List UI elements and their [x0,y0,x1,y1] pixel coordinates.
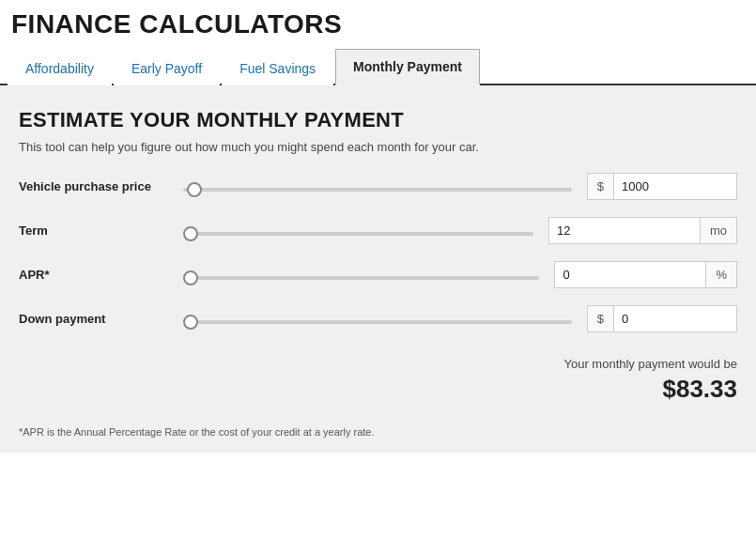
tab-fuel-savings[interactable]: Fuel Savings [222,51,333,85]
label-term: Term [19,223,183,238]
slider-term-container [183,223,533,239]
input-group-vehicle-price: $ [587,173,737,200]
slider-down-payment[interactable] [183,320,572,324]
input-down-payment[interactable] [614,306,736,331]
field-row-vehicle-price: Vehicle purchase price $ [19,173,737,200]
label-apr: APR* [19,268,183,282]
tab-affordability[interactable]: Affordability [8,51,112,85]
slider-vehicle-price[interactable] [183,188,572,192]
input-vehicle-price[interactable] [614,174,736,199]
field-row-down-payment: Down payment $ [19,305,737,332]
calculator-panel: ESTIMATE YOUR MONTHLY PAYMENT This tool … [0,85,756,453]
slider-term[interactable] [183,232,533,236]
page-header: FINANCE CALCULATORS [0,0,756,47]
calculator-description: This tool can help you figure out how mu… [19,140,737,154]
tab-early-payoff[interactable]: Early Payoff [114,51,220,85]
slider-down-payment-container [183,311,572,328]
tab-monthly-payment[interactable]: Monthly Payment [335,49,480,85]
result-value: $83.33 [19,375,737,404]
input-group-apr: % [554,261,737,288]
suffix-apr: % [705,262,736,287]
field-row-apr: APR* % [19,261,737,288]
input-term[interactable] [549,218,700,243]
input-apr[interactable] [555,262,705,287]
label-down-payment: Down payment [19,312,183,326]
suffix-term: mo [700,218,736,243]
result-area: Your monthly payment would be $83.33 [19,349,737,404]
input-group-down-payment: $ [587,305,737,332]
tabs-bar: Affordability Early Payoff Fuel Savings … [0,47,756,85]
slider-vehicle-price-container [183,178,572,195]
label-vehicle-price: Vehicle purchase price [19,179,183,193]
calculator-title: ESTIMATE YOUR MONTHLY PAYMENT [19,108,737,132]
footnote: *APR is the Annual Percentage Rate or th… [19,419,737,438]
field-row-term: Term mo [19,217,737,244]
result-label: Your monthly payment would be [19,357,737,371]
prefix-vehicle-price: $ [588,174,614,199]
slider-apr-container [183,267,539,284]
input-group-term: mo [548,217,737,244]
slider-apr[interactable] [183,276,539,280]
page-title: FINANCE CALCULATORS [11,9,745,39]
prefix-down-payment: $ [588,306,614,331]
